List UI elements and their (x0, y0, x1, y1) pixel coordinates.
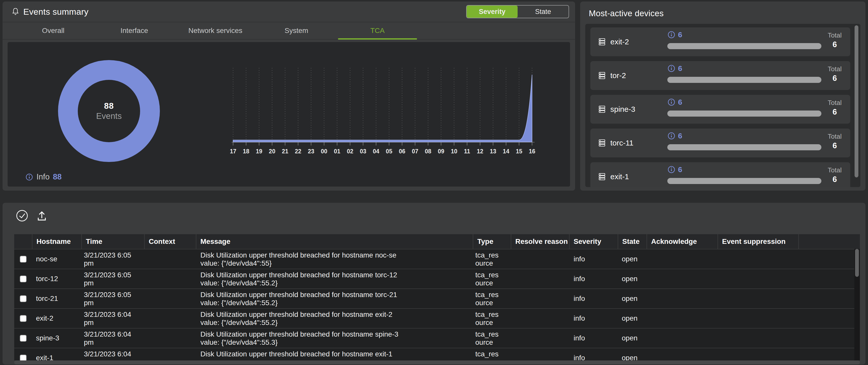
device-card-exit-1[interactable]: exit-1 6 Total 6 (590, 162, 850, 187)
column-header-resolve-reason[interactable]: Resolve reason (511, 234, 569, 249)
svg-text:12: 12 (477, 148, 484, 155)
cell-acknowledge (647, 329, 717, 348)
column-header-severity[interactable]: Severity (569, 234, 618, 249)
table-vertical-scrollbar[interactable] (854, 249, 860, 360)
cell-event-suppression (717, 309, 798, 328)
cell-type: tca_res ource (473, 348, 511, 360)
cell-hostname: spine-3 (32, 329, 81, 348)
column-header-hostname[interactable]: Hostname (32, 234, 81, 249)
row-checkbox[interactable] (20, 295, 27, 302)
device-card-tor-2[interactable]: tor-2 6 Total 6 (590, 61, 850, 90)
info-icon (667, 98, 676, 106)
column-header-message[interactable]: Message (196, 234, 473, 249)
device-total: Total 6 (828, 31, 842, 49)
cell-context (144, 329, 196, 348)
svg-text:15: 15 (516, 148, 522, 155)
cell-acknowledge (647, 309, 717, 328)
device-total-value: 6 (828, 141, 842, 150)
svg-text:06: 06 (399, 148, 405, 155)
device-info-count-value: 6 (678, 98, 682, 107)
device-total-label: Total (828, 132, 842, 141)
table-row-torc-21[interactable]: torc-21 3/21/2023 6:05 pm Disk Utilizati… (14, 288, 860, 308)
tab-interface[interactable]: Interface (94, 22, 175, 39)
tab-network-services[interactable]: Network services (175, 22, 256, 39)
severity-toggle-button[interactable]: Severity (467, 6, 518, 18)
device-total-value: 6 (828, 175, 842, 184)
server-icon (597, 37, 607, 46)
column-header-select[interactable] (14, 234, 32, 249)
cell-type: tca_res ource (473, 309, 511, 328)
row-checkbox[interactable] (20, 315, 27, 322)
device-total: Total 6 (828, 166, 842, 184)
table-row-exit-1[interactable]: exit-1 3/21/2023 6:04 pm Disk Utilizatio… (14, 348, 860, 360)
tab-overall[interactable]: Overall (13, 22, 94, 39)
tab-tca[interactable]: TCA (337, 22, 418, 39)
table-horizontal-scrollbar[interactable] (14, 360, 860, 364)
tab-label: Network services (188, 27, 242, 35)
cell-select (14, 249, 32, 269)
table-row-torc-12[interactable]: torc-12 3/21/2023 6:05 pm Disk Utilizati… (14, 269, 860, 288)
export-button[interactable] (35, 209, 49, 222)
device-progress-bar (667, 43, 822, 49)
info-icon (667, 165, 676, 174)
cell-acknowledge (647, 249, 717, 269)
device-info-count: 6 (667, 131, 682, 140)
device-name: torc-11 (610, 139, 633, 147)
column-header-acknowledge[interactable]: Acknowledge (647, 234, 717, 249)
device-total-value: 6 (828, 74, 842, 83)
device-info-count: 6 (667, 30, 682, 39)
server-icon (597, 105, 607, 114)
cell-severity: info (569, 269, 618, 288)
server-icon (597, 172, 607, 181)
cell-state: open (618, 329, 647, 348)
cell-message: Disk Utilization upper threshold breache… (196, 269, 473, 288)
device-progress-bar (667, 144, 822, 150)
tab-label: Overall (42, 27, 65, 35)
row-checkbox[interactable] (20, 276, 27, 282)
cell-filler (798, 309, 860, 328)
device-name-wrap: spine-3 (597, 95, 635, 124)
panel-title: Events summary (23, 7, 88, 17)
cell-type: tca_res ource (473, 329, 511, 348)
cell-message: Disk Utilization upper threshold breache… (196, 249, 473, 269)
column-header-type[interactable]: Type (473, 234, 511, 249)
legend-value: 88 (53, 172, 62, 181)
table-row-noc-se[interactable]: noc-se 3/21/2023 6:05 pm Disk Utilizatio… (14, 249, 860, 269)
column-header-time[interactable]: Time (81, 234, 144, 249)
cell-type: tca_res ource (473, 289, 511, 308)
table-header-row: HostnameTimeContextMessageTypeResolve re… (14, 234, 860, 249)
column-header-event-suppression[interactable]: Event suppression (717, 234, 798, 249)
table-row-exit-2[interactable]: exit-2 3/21/2023 6:04 pm Disk Utilizatio… (14, 308, 860, 328)
cell-filler (798, 289, 860, 308)
cell-select (14, 348, 32, 360)
device-total-label: Total (828, 31, 842, 39)
svg-text:21: 21 (282, 148, 288, 155)
legend-info[interactable]: Info 88 (25, 172, 62, 181)
severity-state-toggle: Severity State (466, 5, 569, 18)
device-card-spine-3[interactable]: spine-3 6 Total 6 (590, 95, 850, 124)
cell-context (144, 249, 196, 269)
svg-text:00: 00 (321, 148, 327, 155)
info-icon (667, 31, 676, 39)
tab-system[interactable]: System (256, 22, 337, 39)
column-header-context[interactable]: Context (144, 234, 196, 249)
events-tabs: Overall Interface Network services Syste… (3, 22, 575, 39)
acknowledge-button[interactable] (15, 209, 29, 222)
cell-filler (798, 269, 860, 288)
device-card-torc-11[interactable]: torc-11 6 Total 6 (590, 128, 850, 157)
cell-time: 3/21/2023 6:05 pm (81, 249, 144, 269)
device-name-wrap: exit-2 (597, 27, 629, 56)
row-checkbox[interactable] (20, 256, 27, 263)
device-card-exit-2[interactable]: exit-2 6 Total 6 (590, 27, 850, 56)
row-checkbox[interactable] (20, 355, 27, 361)
devices-scrollbar-thumb[interactable] (855, 25, 858, 177)
svg-text:08: 08 (425, 148, 431, 155)
row-checkbox[interactable] (20, 335, 27, 342)
table-vertical-scrollbar-thumb[interactable] (855, 249, 859, 277)
cell-filler (798, 249, 860, 269)
cell-state: open (618, 309, 647, 328)
device-info-count: 6 (667, 165, 682, 174)
state-toggle-button[interactable]: State (518, 6, 568, 18)
table-row-spine-3[interactable]: spine-3 3/21/2023 6:04 pm Disk Utilizati… (14, 328, 860, 348)
column-header-state[interactable]: State (618, 234, 647, 249)
